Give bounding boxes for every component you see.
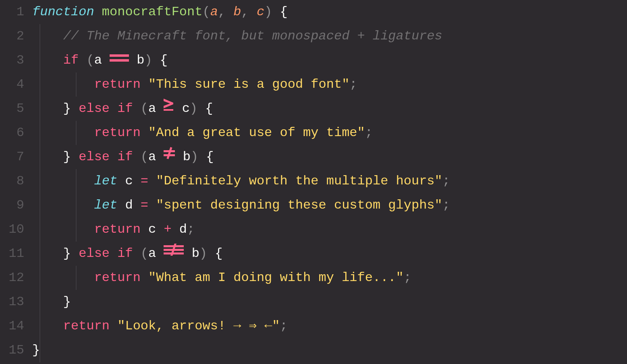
- line-number: 1: [0, 0, 24, 24]
- keyword-if: if: [117, 246, 133, 261]
- code-line[interactable]: return "Look, arrows! → ⇒ ←";: [32, 314, 627, 338]
- string-literal: "And a great use of my time": [148, 125, 365, 140]
- var-a: a: [148, 149, 156, 164]
- ligature-gte-icon: [164, 95, 174, 120]
- var-a: a: [94, 53, 102, 68]
- var-d: d: [125, 198, 133, 213]
- operator-assign: =: [141, 198, 148, 213]
- string-literal: "Look, arrows! → ⇒ ←": [117, 318, 280, 333]
- code-line[interactable]: function monocraftFont(a, b, c) {: [32, 0, 627, 24]
- keyword-if: if: [117, 149, 133, 164]
- line-number: 9: [0, 193, 24, 217]
- keyword-else: else: [79, 149, 110, 164]
- code-line[interactable]: } else if (a c) {: [32, 97, 627, 121]
- svg-rect-9: [164, 252, 184, 254]
- keyword-else: else: [79, 246, 110, 261]
- ligature-neqq-icon: [164, 240, 184, 265]
- operator-assign: =: [141, 174, 148, 188]
- line-number: 12: [0, 266, 24, 290]
- line-number: 5: [0, 97, 24, 121]
- var-b: b: [183, 149, 191, 164]
- code-line[interactable]: return "This sure is a good font";: [32, 72, 627, 97]
- line-number: 11: [0, 242, 24, 266]
- var-c: c: [148, 222, 156, 237]
- ligature-neq-icon: [164, 144, 175, 168]
- code-line[interactable]: let c = "Definitely worth the multiple h…: [32, 169, 627, 193]
- code-area[interactable]: function monocraftFont(a, b, c) { // The…: [32, 0, 627, 362]
- string-literal: "This sure is a good font": [148, 77, 349, 92]
- code-line[interactable]: return c + d;: [32, 217, 627, 242]
- svg-rect-0: [110, 54, 129, 57]
- param-b: b: [233, 4, 241, 19]
- code-line[interactable]: }: [32, 338, 627, 362]
- line-number: 14: [0, 314, 24, 338]
- operator-plus: +: [164, 222, 171, 237]
- code-line[interactable]: } else if (a b) {: [32, 145, 627, 169]
- string-literal: "spent designing these custom glyphs": [156, 198, 442, 213]
- keyword-return: return: [63, 318, 110, 333]
- comment: // The Minecraft font, but monospaced + …: [63, 29, 442, 43]
- keyword-if: if: [117, 101, 133, 116]
- keyword-return: return: [94, 270, 141, 285]
- ligature-equals-icon: [110, 47, 129, 71]
- var-b: b: [192, 246, 199, 261]
- code-editor[interactable]: 1 2 3 4 5 6 7 8 9 10 11 12 13 14 15 func…: [0, 0, 627, 362]
- line-number: 7: [0, 145, 24, 169]
- keyword-return: return: [94, 125, 141, 140]
- keyword-if: if: [63, 53, 79, 68]
- param-a: a: [210, 4, 218, 19]
- keyword-let: let: [94, 198, 118, 213]
- keyword-let: let: [94, 174, 118, 188]
- svg-rect-6: [167, 147, 172, 159]
- code-line[interactable]: // The Minecraft font, but monospaced + …: [32, 24, 627, 48]
- svg-rect-3: [164, 109, 173, 111]
- keyword-else: else: [79, 101, 110, 116]
- param-c: c: [257, 4, 264, 19]
- line-number: 6: [0, 121, 24, 145]
- string-literal: "Definitely worth the multiple hours": [156, 174, 442, 188]
- code-line[interactable]: }: [32, 290, 627, 314]
- svg-rect-1: [110, 59, 129, 62]
- var-b: b: [137, 53, 144, 68]
- line-number: 4: [0, 72, 24, 97]
- var-a: a: [148, 246, 156, 261]
- code-line[interactable]: if (a b) {: [32, 48, 627, 72]
- code-line[interactable]: let d = "spent designing these custom gl…: [32, 193, 627, 217]
- var-c: c: [125, 174, 133, 188]
- code-line[interactable]: return "What am I doing with my life..."…: [32, 266, 627, 290]
- line-number-gutter: 1 2 3 4 5 6 7 8 9 10 11 12 13 14 15: [0, 0, 32, 362]
- line-number: 10: [0, 217, 24, 242]
- line-number: 2: [0, 24, 24, 48]
- function-name: monocraftFont: [102, 4, 203, 19]
- line-number: 3: [0, 48, 24, 72]
- var-d: d: [179, 222, 187, 237]
- line-number: 8: [0, 169, 24, 193]
- var-a: a: [148, 101, 156, 116]
- line-number: 15: [0, 338, 24, 362]
- code-line[interactable]: return "And a great use of my time";: [32, 121, 627, 145]
- keyword-function: function: [32, 4, 94, 19]
- string-literal: "What am I doing with my life...": [148, 270, 404, 285]
- code-line[interactable]: } else if (a b) {: [32, 242, 627, 266]
- line-number: 13: [0, 290, 24, 314]
- var-c: c: [182, 101, 190, 116]
- svg-marker-2: [164, 99, 173, 108]
- keyword-return: return: [94, 77, 141, 92]
- keyword-return: return: [94, 222, 141, 237]
